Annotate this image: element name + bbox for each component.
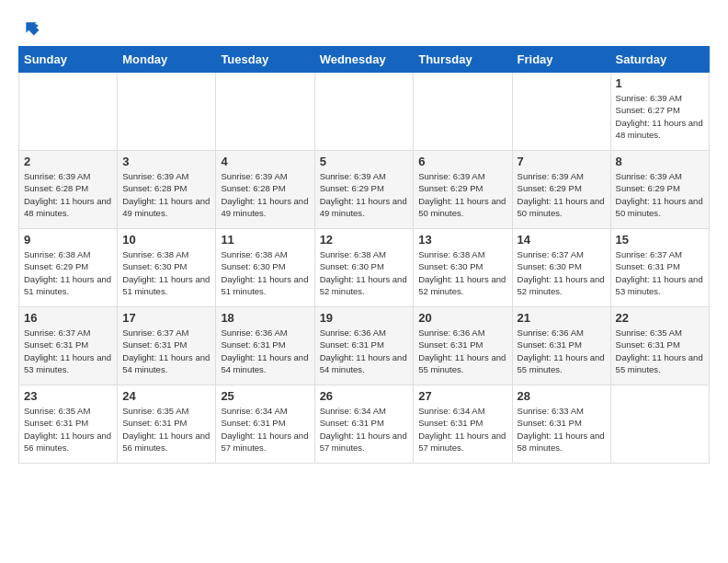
logo [18,18,40,37]
weekday-header: Monday [118,47,216,73]
calendar-day-cell: 17Sunrise: 6:37 AM Sunset: 6:31 PM Dayli… [118,307,216,385]
day-info: Sunrise: 6:36 AM Sunset: 6:31 PM Dayligh… [518,327,606,375]
calendar-day-cell: 25Sunrise: 6:34 AM Sunset: 6:31 PM Dayli… [216,385,314,464]
day-info: Sunrise: 6:39 AM Sunset: 6:29 PM Dayligh… [418,170,506,219]
calendar-day-cell [314,73,414,151]
calendar-day-cell: 20Sunrise: 6:36 AM Sunset: 6:31 PM Dayli… [414,307,512,385]
day-number: 2 [24,155,112,168]
calendar-day-cell: 10Sunrise: 6:38 AM Sunset: 6:30 PM Dayli… [118,229,216,307]
day-info: Sunrise: 6:39 AM Sunset: 6:29 PM Dayligh… [518,170,606,219]
day-info: Sunrise: 6:35 AM Sunset: 6:31 PM Dayligh… [122,405,210,454]
weekday-header: Wednesday [314,47,414,73]
header [18,18,710,37]
day-number: 26 [320,389,409,403]
day-info: Sunrise: 6:38 AM Sunset: 6:30 PM Dayligh… [122,248,210,297]
weekday-header: Thursday [414,47,512,73]
calendar-day-cell: 3Sunrise: 6:39 AM Sunset: 6:28 PM Daylig… [118,151,216,229]
calendar-day-cell: 7Sunrise: 6:39 AM Sunset: 6:29 PM Daylig… [512,151,610,229]
day-number: 6 [418,155,506,168]
calendar-day-cell: 21Sunrise: 6:36 AM Sunset: 6:31 PM Dayli… [512,307,610,385]
calendar-day-cell [610,385,709,464]
calendar-week-row: 2Sunrise: 6:39 AM Sunset: 6:28 PM Daylig… [19,151,710,229]
calendar-day-cell [216,73,314,151]
day-number: 1 [616,76,704,90]
day-number: 8 [616,155,704,168]
day-info: Sunrise: 6:36 AM Sunset: 6:31 PM Dayligh… [320,327,409,375]
calendar-day-cell: 1Sunrise: 6:39 AM Sunset: 6:27 PM Daylig… [610,73,709,151]
calendar-day-cell: 24Sunrise: 6:35 AM Sunset: 6:31 PM Dayli… [118,385,216,464]
day-info: Sunrise: 6:36 AM Sunset: 6:31 PM Dayligh… [418,327,506,375]
day-info: Sunrise: 6:39 AM Sunset: 6:29 PM Dayligh… [616,170,704,219]
day-number: 9 [24,233,112,247]
calendar-day-cell: 27Sunrise: 6:34 AM Sunset: 6:31 PM Dayli… [414,385,512,464]
calendar-day-cell: 13Sunrise: 6:38 AM Sunset: 6:30 PM Dayli… [414,229,512,307]
calendar-day-cell [19,73,118,151]
day-number: 18 [221,311,309,325]
day-number: 23 [24,389,112,403]
day-info: Sunrise: 6:38 AM Sunset: 6:29 PM Dayligh… [24,248,112,297]
calendar-day-cell: 12Sunrise: 6:38 AM Sunset: 6:30 PM Dayli… [314,229,414,307]
calendar-day-cell [512,73,610,151]
calendar-day-cell: 15Sunrise: 6:37 AM Sunset: 6:31 PM Dayli… [610,229,709,307]
day-number: 10 [122,233,210,247]
calendar-day-cell: 16Sunrise: 6:37 AM Sunset: 6:31 PM Dayli… [19,307,118,385]
weekday-header: Tuesday [216,47,314,73]
weekday-header: Sunday [19,47,118,73]
calendar-day-cell: 9Sunrise: 6:38 AM Sunset: 6:29 PM Daylig… [19,229,118,307]
calendar-day-cell: 28Sunrise: 6:33 AM Sunset: 6:31 PM Dayli… [512,385,610,464]
calendar-day-cell: 2Sunrise: 6:39 AM Sunset: 6:28 PM Daylig… [19,151,118,229]
day-number: 27 [418,389,506,403]
day-info: Sunrise: 6:36 AM Sunset: 6:31 PM Dayligh… [221,327,309,375]
calendar-week-row: 23Sunrise: 6:35 AM Sunset: 6:31 PM Dayli… [19,385,710,464]
calendar-day-cell: 26Sunrise: 6:34 AM Sunset: 6:31 PM Dayli… [314,385,414,464]
calendar-day-cell: 5Sunrise: 6:39 AM Sunset: 6:29 PM Daylig… [314,151,414,229]
day-info: Sunrise: 6:33 AM Sunset: 6:31 PM Dayligh… [518,405,606,454]
calendar-week-row: 9Sunrise: 6:38 AM Sunset: 6:29 PM Daylig… [19,229,710,307]
day-number: 19 [320,311,409,325]
day-info: Sunrise: 6:37 AM Sunset: 6:31 PM Dayligh… [616,248,704,297]
calendar-day-cell: 8Sunrise: 6:39 AM Sunset: 6:29 PM Daylig… [610,151,709,229]
day-info: Sunrise: 6:35 AM Sunset: 6:31 PM Dayligh… [616,327,704,375]
calendar-day-cell: 14Sunrise: 6:37 AM Sunset: 6:30 PM Dayli… [512,229,610,307]
calendar-day-cell: 22Sunrise: 6:35 AM Sunset: 6:31 PM Dayli… [610,307,709,385]
day-number: 7 [518,155,606,168]
day-number: 5 [320,155,409,168]
day-info: Sunrise: 6:38 AM Sunset: 6:30 PM Dayligh… [221,248,309,297]
day-number: 17 [122,311,210,325]
day-info: Sunrise: 6:39 AM Sunset: 6:28 PM Dayligh… [221,170,309,219]
day-number: 4 [221,155,309,168]
day-info: Sunrise: 6:34 AM Sunset: 6:31 PM Dayligh… [221,405,309,454]
calendar: SundayMondayTuesdayWednesdayThursdayFrid… [18,46,710,464]
day-info: Sunrise: 6:39 AM Sunset: 6:27 PM Dayligh… [616,92,704,141]
day-number: 16 [24,311,112,325]
day-number: 22 [616,311,704,325]
day-info: Sunrise: 6:37 AM Sunset: 6:31 PM Dayligh… [122,327,210,375]
day-info: Sunrise: 6:38 AM Sunset: 6:30 PM Dayligh… [320,248,409,297]
calendar-day-cell: 23Sunrise: 6:35 AM Sunset: 6:31 PM Dayli… [19,385,118,464]
day-info: Sunrise: 6:39 AM Sunset: 6:28 PM Dayligh… [24,170,112,219]
day-number: 25 [221,389,309,403]
calendar-day-cell: 18Sunrise: 6:36 AM Sunset: 6:31 PM Dayli… [216,307,314,385]
day-number: 24 [122,389,210,403]
day-number: 28 [518,389,606,403]
weekday-header: Friday [512,47,610,73]
day-info: Sunrise: 6:35 AM Sunset: 6:31 PM Dayligh… [24,405,112,454]
day-info: Sunrise: 6:39 AM Sunset: 6:29 PM Dayligh… [320,170,409,219]
calendar-day-cell: 6Sunrise: 6:39 AM Sunset: 6:29 PM Daylig… [414,151,512,229]
day-info: Sunrise: 6:34 AM Sunset: 6:31 PM Dayligh… [320,405,409,454]
weekday-header: Saturday [610,47,709,73]
day-info: Sunrise: 6:38 AM Sunset: 6:30 PM Dayligh… [418,248,506,297]
day-info: Sunrise: 6:37 AM Sunset: 6:30 PM Dayligh… [518,248,606,297]
calendar-week-row: 16Sunrise: 6:37 AM Sunset: 6:31 PM Dayli… [19,307,710,385]
day-number: 20 [418,311,506,325]
day-number: 12 [320,233,409,247]
calendar-header-row: SundayMondayTuesdayWednesdayThursdayFrid… [19,47,710,73]
day-number: 13 [418,233,506,247]
day-number: 14 [518,233,606,247]
day-info: Sunrise: 6:37 AM Sunset: 6:31 PM Dayligh… [24,327,112,375]
logo-icon [22,18,40,37]
day-info: Sunrise: 6:39 AM Sunset: 6:28 PM Dayligh… [122,170,210,219]
calendar-day-cell [414,73,512,151]
calendar-day-cell: 19Sunrise: 6:36 AM Sunset: 6:31 PM Dayli… [314,307,414,385]
calendar-week-row: 1Sunrise: 6:39 AM Sunset: 6:27 PM Daylig… [19,73,710,151]
